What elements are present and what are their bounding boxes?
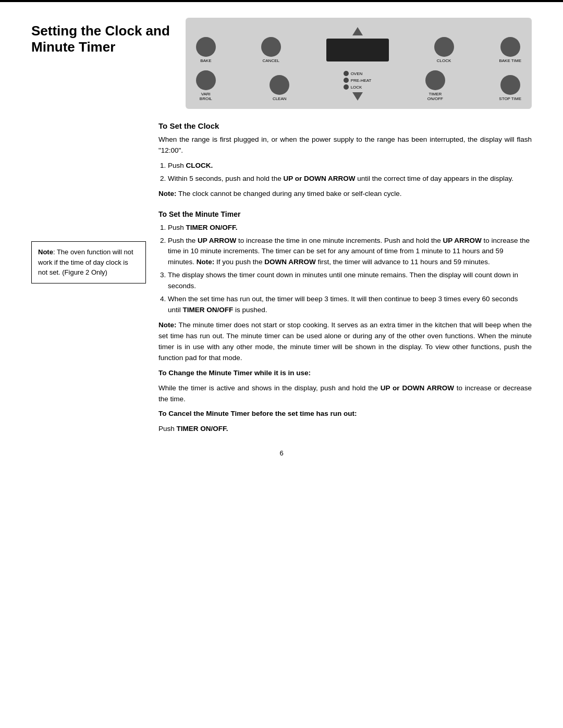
section-clock: To Set the Clock When the range is first… [158,121,532,200]
page-title-block: Setting the Clock and Minute Timer [31,18,170,109]
timer-step-1: Push TIMER ON/OFF. [168,223,532,233]
lock-label: LOCK [351,85,362,90]
oven-label: OVEN [351,71,363,76]
title-line2: Minute Timer [31,39,115,55]
clock-step-1: Push CLOCK. [168,161,532,171]
section-timer: To Set the Minute Timer Push TIMER ON/OF… [158,210,532,435]
panel-indicators: OVEN PRE-HEAT LOCK [344,71,372,102]
header-section: Setting the Clock and Minute Timer BAKE … [31,18,532,109]
timer-label: TIMERON/OFF [427,92,443,102]
bake-button [196,37,216,57]
lock-dot [344,84,349,90]
clock-intro: When the range is first plugged in, or w… [158,134,532,156]
clock-section-title: To Set the Clock [158,121,532,130]
sidebar-note: Note: The oven function will not work if… [31,241,146,283]
oven-dot [344,71,349,76]
timer-cancel-title: To Cancel the Minute Timer before the se… [158,409,532,419]
stop-time-button-group: STOP TIME [499,75,521,102]
cancel-button-group: CANCEL [261,37,281,64]
preheat-dot [344,78,349,83]
timer-step-4: When the set time has run out, the timer… [168,294,532,316]
clean-button [270,75,289,95]
main-content: To Set the Clock When the range is first… [158,121,532,439]
clock-label: CLOCK [437,59,451,64]
clean-label: CLEAN [273,97,287,102]
page-number: 6 [31,449,532,457]
arrow-up-icon [352,27,363,35]
panel-top-row: BAKE CANCEL CLOCK [196,27,521,64]
bake-time-label: BAKE TIME [499,59,521,64]
timer-button-group: TIMERON/OFF [425,70,445,102]
arrow-down-icon [352,92,363,101]
timer-step-3: The display shows the timer count down i… [168,270,532,292]
preheat-indicator: PRE-HEAT [344,78,372,83]
bake-time-button-group: BAKE TIME [499,37,521,64]
preheat-label: PRE-HEAT [351,78,372,83]
sidebar-note-bold: Note [38,248,53,256]
bake-button-group: BAKE [196,37,216,64]
timer-section-title: To Set the Minute Timer [158,210,532,218]
page-title: Setting the Clock and Minute Timer [31,23,170,55]
panel-bottom-row: VARIBROIL CLEAN OVEN PRE-HEAT [196,67,521,102]
timer-button [425,70,445,90]
timer-general-note: Note: The minute timer does not start or… [158,320,532,364]
clock-button [434,37,454,57]
timer-change-title: To Change the Minute Timer while it is i… [158,368,532,379]
timer-change-text: While the timer is active and shows in t… [158,383,532,405]
clock-steps-list: Push CLOCK. Within 5 seconds, push and h… [168,161,532,184]
stop-time-label: STOP TIME [499,97,521,102]
bake-label: BAKE [200,59,211,64]
clock-button-group: CLOCK [434,37,454,64]
timer-step-2: Push the UP ARROW to increase the time i… [168,236,532,268]
vari-broil-button [196,70,216,90]
stop-time-button [500,75,520,95]
panel-display [326,39,389,61]
cancel-label: CANCEL [262,59,279,64]
lock-indicator: LOCK [344,84,372,90]
title-line1: Setting the Clock and [31,23,170,39]
clock-note: Note: The clock cannot be changed during… [158,189,532,200]
oven-indicator: OVEN [344,71,372,76]
vari-broil-button-group: VARIBROIL [196,70,216,102]
cancel-button [261,37,281,57]
timer-cancel-text: Push TIMER ON/OFF. [158,424,532,435]
clock-step-2: Within 5 seconds, push and hold the UP o… [168,174,532,184]
panel-center-area [326,27,389,64]
vari-broil-label: VARIBROIL [200,92,212,102]
control-panel-diagram: BAKE CANCEL CLOCK [186,18,532,109]
timer-steps-list: Push TIMER ON/OFF. Push the UP ARROW to … [168,223,532,316]
clean-button-group: CLEAN [270,75,289,102]
bake-time-button [500,37,520,57]
content-area: Note: The oven function will not work if… [31,121,532,439]
